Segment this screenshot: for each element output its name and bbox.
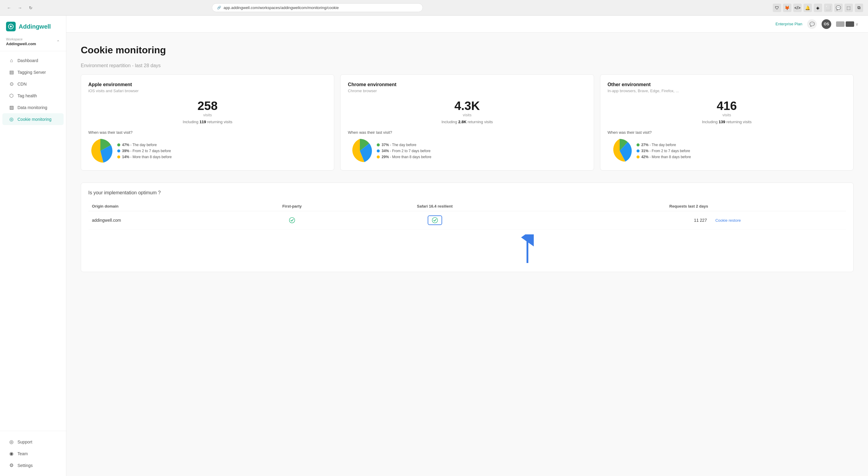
- arrow-annotation: [149, 234, 868, 264]
- toggle-light[interactable]: [836, 21, 844, 27]
- tagging-server-icon: ▤: [8, 69, 14, 75]
- sidebar-item-tag-health[interactable]: ⬡ Tag health: [2, 90, 64, 101]
- page-title: Cookie monitoring: [81, 44, 854, 56]
- other-env-subtitle: In-app browsers, Brave, Edge, Firefox, .…: [608, 89, 846, 93]
- sidebar-item-team[interactable]: ◉ Team: [2, 448, 64, 459]
- ext-icon-1[interactable]: 🛡: [773, 4, 781, 12]
- browser-controls: ← → ↻: [5, 4, 35, 12]
- sidebar-item-cookie-monitoring[interactable]: ◎ Cookie monitoring: [2, 113, 64, 125]
- sidebar-item-tagging-server[interactable]: ▤ Tagging Server: [2, 66, 64, 78]
- ext-icon-2[interactable]: 🦊: [783, 4, 792, 12]
- chrome-visits: 4.3K visits: [348, 99, 586, 117]
- team-icon: ◉: [8, 451, 14, 456]
- legend-dot-green: [117, 144, 120, 147]
- ext-icon-6[interactable]: ⬜: [824, 4, 832, 12]
- svg-point-2: [289, 218, 295, 223]
- support-icon: ◎: [8, 439, 14, 445]
- workspace-chevron-icon[interactable]: ⌃: [56, 39, 60, 44]
- env-cards: Apple environment iOS visits and Safari …: [81, 74, 854, 170]
- ext-icon-7[interactable]: 💬: [834, 4, 843, 12]
- workspace-label: Workspace: [6, 37, 36, 41]
- toggle-dark[interactable]: [846, 21, 854, 27]
- sidebar-item-label: Tag health: [18, 93, 37, 98]
- chevron-down-icon[interactable]: ∨: [855, 22, 858, 27]
- legend-dot-yellow: [117, 155, 120, 158]
- other-pie-chart: [608, 139, 632, 163]
- top-bar: Enterprise Plan 💬 OS ∨: [66, 16, 868, 33]
- ext-icon-8[interactable]: ⬚: [844, 4, 853, 12]
- env-card-apple: Apple environment iOS visits and Safari …: [81, 74, 334, 170]
- apple-pie-chart: [88, 139, 113, 163]
- forward-button[interactable]: →: [16, 4, 24, 12]
- browser-extensions: 🛡 🦊 </> 🔔 ◈ ⬜ 💬 ⬚ ⧉: [773, 4, 863, 12]
- back-button[interactable]: ←: [5, 4, 13, 12]
- legend-dot-blue: [117, 150, 120, 153]
- enterprise-plan-label: Enterprise Plan: [775, 22, 802, 26]
- ext-icon-4[interactable]: 🔔: [804, 4, 812, 12]
- sidebar-item-cdn[interactable]: ⊙ CDN: [2, 78, 64, 90]
- table-header: Origin domain First-party Safari 16.4 re…: [88, 201, 846, 211]
- env-section-title: Environment repartition - last 28 days: [81, 63, 854, 68]
- legend-item: 42% - More than 8 days before: [637, 155, 846, 159]
- legend-dot-blue: [637, 150, 640, 153]
- workspace-name: Addingwell.com: [6, 41, 36, 46]
- implementation-table: Origin domain First-party Safari 16.4 re…: [88, 201, 846, 229]
- workspace-section: Workspace Addingwell.com ⌃: [6, 37, 60, 46]
- other-visits-number: 416: [608, 99, 846, 113]
- sidebar-nav: ⌂ Dashboard ▤ Tagging Server ⊙ CDN ⬡ Tag…: [0, 51, 66, 431]
- avatar[interactable]: OS: [822, 19, 831, 29]
- safari-resilient-cell: [347, 211, 523, 229]
- chrome-visits-label: visits: [348, 113, 586, 117]
- other-visits: 416 visits: [608, 99, 846, 117]
- sidebar-item-data-monitoring[interactable]: ▨ Data monitoring: [2, 101, 64, 113]
- ext-icon-3[interactable]: </>: [793, 4, 802, 12]
- sidebar-item-label: Tagging Server: [18, 70, 46, 75]
- legend-text: 31% - From 2 to 7 days before: [641, 149, 690, 153]
- chrome-env-title: Chrome environment: [348, 82, 586, 87]
- chat-icon[interactable]: 💬: [807, 19, 817, 29]
- url-text: app.addingwell.com/workspaces/addingwell…: [224, 5, 339, 10]
- arrow-up-svg: [518, 234, 536, 264]
- first-party-cell: [238, 211, 347, 229]
- tag-health-icon: ⬡: [8, 93, 14, 98]
- legend-text: 29% - More than 8 days before: [381, 155, 431, 159]
- sidebar-item-label: Team: [18, 451, 28, 456]
- table-row: addingwell.com: [88, 211, 846, 229]
- sidebar-item-dashboard[interactable]: ⌂ Dashboard: [2, 55, 64, 66]
- legend-item: 39% - From 2 to 7 days before: [117, 149, 327, 153]
- other-last-visit-question: When was their last visit?: [608, 130, 846, 135]
- table-header-row: Origin domain First-party Safari 16.4 re…: [88, 201, 846, 211]
- legend-text: 37% - The day before: [381, 143, 416, 147]
- address-bar[interactable]: 🔗 app.addingwell.com/workspaces/addingwe…: [212, 3, 423, 12]
- ext-icon-5[interactable]: ◈: [814, 4, 822, 12]
- safari-check-icon: [432, 217, 438, 223]
- apple-env-subtitle: iOS visits and Safari browser: [88, 89, 327, 93]
- chrome-legend: 37% - The day before 34% - From 2 to 7 d…: [377, 143, 586, 159]
- svg-point-3: [432, 218, 438, 223]
- refresh-button[interactable]: ↻: [27, 4, 35, 12]
- sidebar-item-label: Settings: [18, 463, 33, 468]
- col-action: [712, 201, 846, 211]
- legend-dot-yellow: [377, 155, 380, 158]
- col-first-party: First-party: [238, 201, 347, 211]
- sidebar-item-support[interactable]: ◎ Support: [2, 436, 64, 448]
- legend-text: 42% - More than 8 days before: [641, 155, 691, 159]
- legend-item: 34% - From 2 to 7 days before: [377, 149, 586, 153]
- workspace-info: Workspace Addingwell.com: [6, 37, 36, 46]
- sidebar-item-settings[interactable]: ⚙ Settings: [2, 459, 64, 471]
- ext-icon-9[interactable]: ⧉: [855, 4, 863, 12]
- legend-text: 47% - The day before: [122, 143, 157, 147]
- action-cell: Cookie restore: [712, 211, 846, 229]
- apple-visits-number: 258: [88, 99, 327, 113]
- env-card-other: Other environment In-app browsers, Brave…: [600, 74, 854, 170]
- apple-visits: 258 visits: [88, 99, 327, 117]
- legend-item: 14% - More than 8 days before: [117, 155, 327, 159]
- apple-env-title: Apple environment: [88, 82, 327, 87]
- other-chart-row: 27% - The day before 31% - From 2 to 7 d…: [608, 139, 846, 163]
- impl-title: Is your implementation optimum ?: [88, 190, 846, 195]
- other-visits-label: visits: [608, 113, 846, 117]
- cookie-restore-link[interactable]: Cookie restore: [715, 218, 741, 223]
- sidebar: Addingwell Workspace Addingwell.com ⌃ ⌂ …: [0, 16, 66, 476]
- browser-chrome: ← → ↻ 🔗 app.addingwell.com/workspaces/ad…: [0, 0, 868, 16]
- sidebar-header: Addingwell Workspace Addingwell.com ⌃: [0, 16, 66, 51]
